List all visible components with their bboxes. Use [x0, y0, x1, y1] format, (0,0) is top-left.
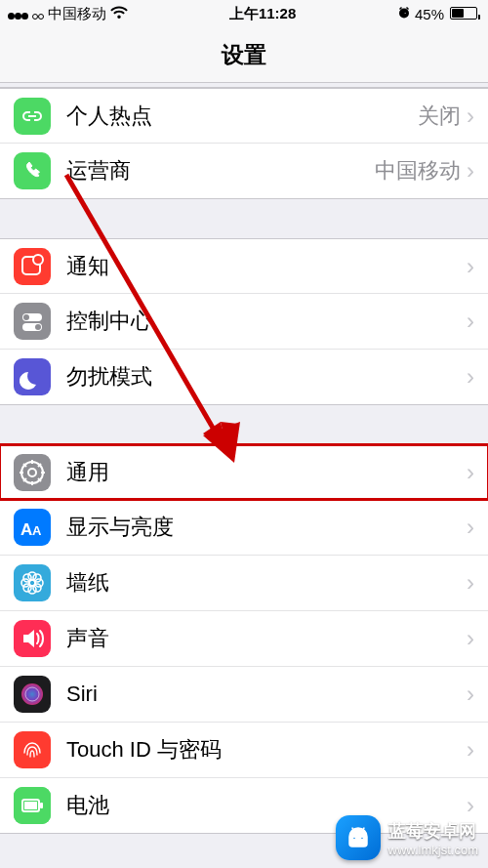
- svg-text:A: A: [20, 520, 32, 539]
- row-label: 通知: [66, 252, 467, 281]
- wifi-icon: [110, 6, 128, 22]
- row-personal-hotspot[interactable]: 个人热点 关闭 ›: [0, 88, 488, 144]
- speaker-icon: [14, 620, 51, 657]
- chevron-right-icon: ›: [467, 459, 474, 486]
- row-label: 控制中心: [66, 307, 467, 336]
- row-touchid[interactable]: Touch ID 与密码 ›: [0, 723, 488, 778]
- chevron-right-icon: ›: [467, 681, 474, 708]
- battery-icon: [448, 6, 480, 22]
- status-time: 上午11:28: [229, 5, 296, 23]
- watermark-url: www.lmkjst.com: [388, 843, 478, 857]
- carrier-label: 中国移动: [48, 5, 106, 23]
- chevron-right-icon: ›: [467, 514, 474, 541]
- siri-icon: [14, 676, 51, 713]
- chevron-right-icon: ›: [467, 308, 474, 335]
- svg-point-4: [33, 255, 43, 265]
- row-wallpaper[interactable]: 墙纸 ›: [0, 556, 488, 611]
- watermark-name: 蓝莓安卓网: [388, 819, 476, 843]
- svg-point-9: [35, 324, 41, 330]
- row-notifications[interactable]: 通知 ›: [0, 238, 488, 294]
- svg-rect-25: [14, 564, 51, 601]
- chevron-right-icon: ›: [467, 103, 474, 130]
- svg-text:A: A: [32, 523, 42, 538]
- link-icon: [14, 98, 51, 135]
- row-label: 显示与亮度: [66, 513, 467, 542]
- text-size-icon: AA: [14, 509, 51, 546]
- row-label: 个人热点: [66, 102, 418, 131]
- moon-icon: [14, 358, 51, 395]
- row-label: 声音: [66, 624, 467, 653]
- status-right: 45%: [397, 6, 480, 22]
- chevron-right-icon: ›: [467, 736, 474, 764]
- svg-rect-11: [14, 454, 51, 491]
- alarm-icon: [397, 6, 411, 22]
- row-label: 运营商: [66, 156, 375, 186]
- watermark: 蓝莓安卓网 www.lmkjst.com: [336, 815, 478, 860]
- chevron-right-icon: ›: [467, 363, 474, 391]
- row-carrier[interactable]: 运营商 中国移动 ›: [0, 144, 488, 199]
- svg-rect-10: [14, 358, 51, 395]
- svg-point-37: [21, 683, 43, 705]
- chevron-right-icon: ›: [467, 253, 474, 280]
- svg-point-7: [23, 314, 29, 320]
- status-bar: 中国移动 上午11:28 45%: [0, 0, 488, 27]
- group-general-display: 通用 › AA 显示与亮度 › 墙纸 › 声音 › Siri › Touch I…: [0, 444, 488, 834]
- row-siri[interactable]: Siri ›: [0, 667, 488, 723]
- gear-icon: [14, 454, 51, 491]
- row-sound[interactable]: 声音 ›: [0, 611, 488, 667]
- row-label: 勿扰模式: [66, 362, 467, 392]
- signal-icon: [8, 6, 44, 22]
- phone-icon: [14, 152, 51, 189]
- row-label: 墙纸: [66, 568, 467, 598]
- row-label: Siri: [66, 682, 467, 707]
- svg-rect-43: [24, 802, 37, 809]
- fingerprint-icon: [14, 731, 51, 768]
- battery-row-icon: [14, 787, 51, 824]
- chevron-right-icon: ›: [467, 569, 474, 597]
- battery-percent: 45%: [415, 6, 444, 22]
- status-left: 中国移动: [8, 5, 128, 23]
- svg-rect-2: [14, 248, 51, 285]
- svg-rect-42: [40, 803, 43, 808]
- chevron-right-icon: ›: [467, 157, 474, 185]
- row-detail: 关闭: [418, 102, 461, 131]
- chevron-right-icon: ›: [467, 625, 474, 652]
- group-spacer: [0, 199, 488, 238]
- flower-icon: [14, 564, 51, 601]
- row-do-not-disturb[interactable]: 勿扰模式 ›: [0, 350, 488, 405]
- notification-icon: [14, 248, 51, 285]
- nav-bar: 设置: [0, 27, 488, 83]
- row-display-brightness[interactable]: AA 显示与亮度 ›: [0, 500, 488, 556]
- group-connectivity: 个人热点 关闭 › 运营商 中国移动 ›: [0, 88, 488, 199]
- watermark-logo-icon: [336, 815, 381, 860]
- row-general[interactable]: 通用 ›: [0, 444, 488, 500]
- page-title: 设置: [222, 40, 266, 70]
- row-control-center[interactable]: 控制中心 ›: [0, 294, 488, 350]
- row-label: 通用: [66, 458, 467, 487]
- switches-icon: [14, 303, 51, 340]
- svg-rect-39: [14, 731, 51, 768]
- group-notifications: 通知 › 控制中心 › 勿扰模式 ›: [0, 238, 488, 405]
- row-detail: 中国移动: [375, 156, 461, 186]
- row-label: Touch ID 与密码: [66, 735, 467, 765]
- group-spacer: [0, 405, 488, 444]
